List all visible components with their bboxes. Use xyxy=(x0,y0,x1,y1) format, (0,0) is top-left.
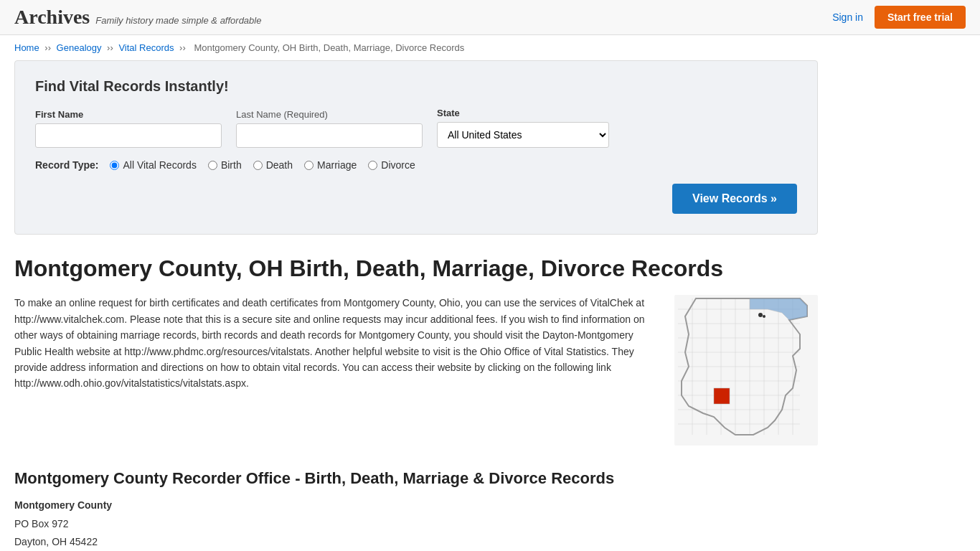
address-block: Montgomery County PO Box 972 Dayton, OH … xyxy=(14,496,818,551)
sign-in-link[interactable]: Sign in xyxy=(832,11,863,23)
radio-divorce[interactable]: Divorce xyxy=(368,159,415,171)
county-name: Montgomery County xyxy=(14,499,112,511)
address-line2: Dayton, OH 45422 xyxy=(14,533,818,551)
first-name-group: First Name xyxy=(35,109,222,148)
first-name-input[interactable] xyxy=(35,123,222,148)
radio-divorce-input[interactable] xyxy=(368,161,377,170)
breadcrumb-genealogy[interactable]: Genealogy xyxy=(57,42,102,53)
header: Archives Family history made simple & af… xyxy=(0,0,980,35)
breadcrumb: Home ›› Genealogy ›› Vital Records ›› Mo… xyxy=(0,35,980,60)
radio-all-vital[interactable]: All Vital Records xyxy=(110,159,196,171)
state-group: State All United States Alabama Alaska A… xyxy=(437,108,609,148)
radio-all-vital-input[interactable] xyxy=(110,161,119,170)
last-name-group: Last Name (Required) xyxy=(236,109,423,148)
address-line1: PO Box 972 xyxy=(14,515,818,533)
page-title: Montgomery County, OH Birth, Death, Marr… xyxy=(14,255,818,282)
breadcrumb-home[interactable]: Home xyxy=(14,42,39,53)
radio-birth[interactable]: Birth xyxy=(208,159,242,171)
logo-tagline: Family history made simple & affordable xyxy=(95,15,261,26)
svg-point-20 xyxy=(763,315,765,318)
required-note: (Required) xyxy=(284,109,328,120)
search-fields: First Name Last Name (Required) State Al… xyxy=(35,108,797,148)
breadcrumb-sep2: ›› xyxy=(107,42,116,53)
record-type-row: Record Type: All Vital Records Birth Dea… xyxy=(35,159,797,171)
header-right: Sign in Start free trial xyxy=(832,6,966,29)
radio-death[interactable]: Death xyxy=(253,159,293,171)
last-name-input[interactable] xyxy=(236,123,423,148)
svg-point-19 xyxy=(758,313,763,317)
breadcrumb-current: Montgomery County, OH Birth, Death, Marr… xyxy=(194,42,464,53)
header-left: Archives Family history made simple & af… xyxy=(14,6,261,29)
radio-divorce-label: Divorce xyxy=(381,159,415,171)
svg-rect-18 xyxy=(714,388,730,404)
content-area: To make an online request for birth cert… xyxy=(14,295,818,448)
view-records-button[interactable]: View Records » xyxy=(672,184,797,214)
view-records-row: View Records » xyxy=(35,184,797,214)
content-text: To make an online request for birth cert… xyxy=(14,295,653,448)
state-label: State xyxy=(437,108,609,118)
breadcrumb-sep1: ›› xyxy=(44,42,53,53)
search-box: Find Vital Records Instantly! First Name… xyxy=(14,60,818,235)
radio-marriage-label: Marriage xyxy=(317,159,357,171)
breadcrumb-sep3: ›› xyxy=(179,42,188,53)
radio-birth-input[interactable] xyxy=(208,161,217,170)
radio-marriage[interactable]: Marriage xyxy=(304,159,357,171)
ohio-map-container xyxy=(674,295,818,448)
radio-death-label: Death xyxy=(266,159,293,171)
body-paragraph: To make an online request for birth cert… xyxy=(14,295,653,391)
recorder-heading: Montgomery County Recorder Office - Birt… xyxy=(14,469,818,488)
logo: Archives xyxy=(14,6,90,29)
radio-all-vital-label: All Vital Records xyxy=(123,159,196,171)
breadcrumb-vital-records[interactable]: Vital Records xyxy=(118,42,174,53)
state-select[interactable]: All United States Alabama Alaska Arizona… xyxy=(437,122,609,148)
search-title: Find Vital Records Instantly! xyxy=(35,78,797,95)
first-name-label: First Name xyxy=(35,109,222,120)
radio-death-input[interactable] xyxy=(253,161,263,170)
radio-marriage-input[interactable] xyxy=(304,161,314,170)
start-trial-button[interactable]: Start free trial xyxy=(875,6,966,29)
record-type-label: Record Type: xyxy=(35,159,98,171)
ohio-map xyxy=(674,295,818,446)
main-content: Find Vital Records Instantly! First Name… xyxy=(0,60,832,551)
radio-birth-label: Birth xyxy=(221,159,242,171)
last-name-label: Last Name (Required) xyxy=(236,109,423,120)
